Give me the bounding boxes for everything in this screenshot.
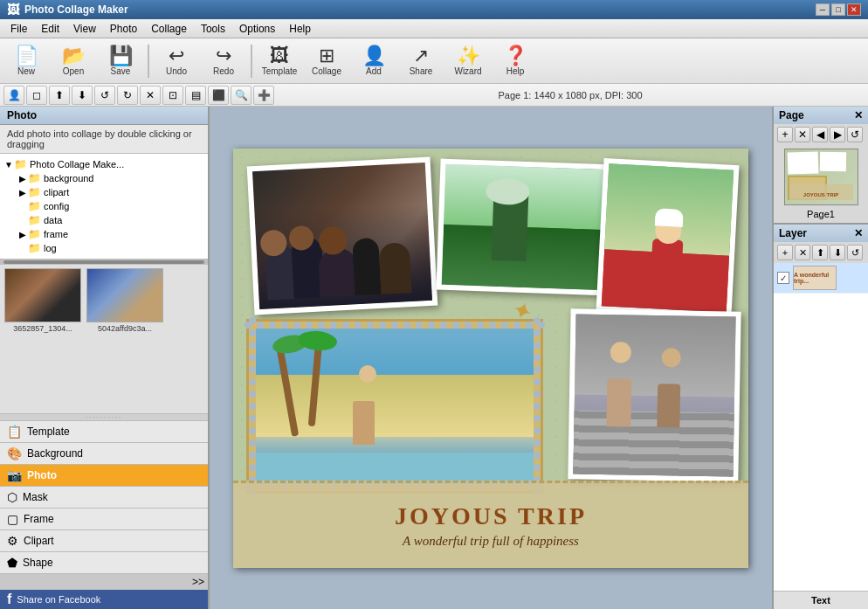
add-layer-btn[interactable]: +	[777, 245, 793, 260]
folder-icon-clipart: 📁	[28, 186, 41, 198]
collage-canvas[interactable]: ✦ JOYOUS TRIP A wonderful trip	[233, 149, 748, 568]
minimize-button[interactable]: ─	[816, 3, 830, 16]
prev-page-btn[interactable]: ◀	[812, 127, 828, 142]
tree-expand-frame[interactable]: ▶	[17, 230, 28, 239]
facebook-bar[interactable]: f Share on Facebook	[0, 590, 208, 609]
maximize-button[interactable]: □	[831, 3, 845, 16]
photo-frame-1[interactable]	[247, 156, 438, 315]
tree-expand-background[interactable]: ▶	[17, 174, 28, 183]
layer-checkbox[interactable]: ✓	[777, 272, 789, 284]
layer-panel-title: Layer	[779, 227, 807, 239]
photo-frame-3[interactable]	[596, 158, 740, 318]
file-tree[interactable]: ▼ 📁 Photo Collage Make... ▶ 📁 background…	[0, 154, 208, 260]
layer-down-btn[interactable]: ⬇	[830, 245, 845, 260]
menu-bar: File Edit View Photo Collage Tools Optio…	[0, 19, 868, 38]
close-button[interactable]: ✕	[847, 3, 861, 16]
layer-panel-close[interactable]: ✕	[854, 227, 863, 239]
collage-icon: ⊞	[319, 46, 334, 66]
page-thumbnail[interactable]: JOYOUS TRIP	[784, 149, 858, 205]
tree-item-data[interactable]: 📁 data	[17, 213, 204, 227]
tb2-grid-btn[interactable]: ⊡	[162, 86, 183, 105]
tree-item-frame[interactable]: ▶ 📁 frame	[17, 227, 204, 241]
thumbnail-1[interactable]: 3652857_1304...	[3, 268, 82, 410]
tree-root[interactable]: ▼ 📁 Photo Collage Make...	[3, 157, 204, 171]
help-button[interactable]: ❓ Help	[493, 41, 538, 81]
open-label: Open	[63, 66, 84, 76]
redo-button[interactable]: ↪ Redo	[201, 41, 246, 81]
scroll-indicator: ··········	[86, 413, 122, 421]
menu-view[interactable]: View	[66, 21, 103, 37]
wizard-button[interactable]: ✨ Wizard	[445, 41, 491, 81]
tb2-down-btn[interactable]: ⬇	[72, 86, 93, 105]
tb2-delete-btn[interactable]: ✕	[140, 86, 161, 105]
photo-frame-4[interactable]	[568, 308, 741, 481]
tb2-fill-btn[interactable]: ⬛	[208, 86, 229, 105]
layer-scroll-area[interactable]: ✓ A wonderful trip...	[774, 263, 868, 438]
layer-item-text[interactable]: ✓ A wonderful trip...	[774, 263, 868, 294]
tree-label-frame: frame	[44, 229, 68, 239]
nav-tab-shape[interactable]: ⬟ Shape	[0, 552, 208, 574]
stamp-frame[interactable]	[246, 319, 543, 494]
menu-collage[interactable]: Collage	[144, 21, 194, 37]
tree-expand-clipart[interactable]: ▶	[17, 188, 28, 197]
layer-text-label: Text	[774, 591, 868, 609]
tb2-plus-btn[interactable]: ➕	[253, 86, 274, 105]
tree-item-clipart[interactable]: ▶ 📁 clipart	[17, 185, 204, 199]
page-panel-close[interactable]: ✕	[854, 109, 863, 121]
thumbnail-2[interactable]: 5042affd9c3a...	[86, 268, 164, 410]
tb2-rotleft-btn[interactable]: ↺	[94, 86, 115, 105]
tree-item-config[interactable]: 📁 config	[17, 199, 204, 213]
share-button[interactable]: ↗ Share	[398, 41, 444, 81]
mask-nav-icon: ⬡	[7, 490, 17, 504]
open-button[interactable]: 📂 Open	[51, 41, 96, 81]
menu-file[interactable]: File	[3, 21, 34, 37]
nav-tab-frame[interactable]: ▢ Frame	[0, 509, 208, 530]
thumb-img-2	[86, 268, 163, 322]
collage-button[interactable]: ⊞ Collage	[304, 41, 349, 81]
tree-children: ▶ 📁 background ▶ 📁 clipart 📁 config 📁	[3, 171, 204, 255]
new-button[interactable]: 📄 New	[3, 41, 49, 81]
photo-3-image	[602, 163, 734, 312]
nav-tab-clipart-label: Clipart	[24, 535, 54, 547]
template-icon: 🖼	[270, 46, 289, 66]
tree-item-log[interactable]: 📁 log	[17, 241, 204, 255]
menu-edit[interactable]: Edit	[34, 21, 66, 37]
open-icon: 📂	[62, 46, 86, 66]
tb2-up-btn[interactable]: ⬆	[49, 86, 70, 105]
tb2-person-btn[interactable]: 👤	[3, 86, 24, 105]
tree-item-background[interactable]: ▶ 📁 background	[17, 171, 204, 185]
remove-layer-btn[interactable]: ✕	[795, 245, 810, 260]
scroll-dots: ··········	[0, 414, 208, 421]
nav-tab-mask[interactable]: ⬡ Mask	[0, 487, 208, 509]
tb2-zoom-btn[interactable]: 🔍	[231, 86, 251, 105]
template-button[interactable]: 🖼 Template	[257, 41, 302, 81]
layer-refresh-btn[interactable]: ↺	[847, 245, 863, 260]
add-button[interactable]: 👤 Add	[351, 41, 396, 81]
save-button[interactable]: 💾 Save	[98, 41, 143, 81]
photo-frame-2[interactable]	[436, 158, 615, 295]
menu-help[interactable]: Help	[282, 21, 318, 37]
next-page-btn[interactable]: ▶	[830, 127, 845, 142]
menu-options[interactable]: Options	[232, 21, 282, 37]
nav-tab-background[interactable]: 🎨 Background	[0, 443, 208, 465]
expand-panel-button[interactable]: >>	[0, 574, 208, 590]
menu-photo[interactable]: Photo	[103, 21, 144, 37]
nav-tab-photo[interactable]: 📷 Photo	[0, 465, 208, 487]
tree-expand-root[interactable]: ▼	[3, 160, 14, 170]
undo-button[interactable]: ↩ Undo	[154, 41, 199, 81]
folder-icon-log: 📁	[28, 242, 41, 254]
toolbar-separator-2	[251, 45, 252, 78]
remove-page-btn[interactable]: ✕	[795, 127, 810, 142]
nav-tab-shape-label: Shape	[23, 557, 53, 569]
tb2-rect-btn[interactable]: ◻	[26, 86, 47, 105]
wizard-label: Wizard	[454, 66, 481, 76]
tb2-align-btn[interactable]: ▤	[185, 86, 206, 105]
tb2-rotright-btn[interactable]: ↻	[117, 86, 138, 105]
refresh-page-btn[interactable]: ↺	[847, 127, 863, 142]
toolbar-separator-1	[148, 45, 149, 78]
layer-up-btn[interactable]: ⬆	[812, 245, 828, 260]
add-page-btn[interactable]: +	[777, 127, 793, 142]
nav-tab-template[interactable]: 📋 Template	[0, 421, 208, 443]
menu-tools[interactable]: Tools	[194, 21, 232, 37]
nav-tab-clipart[interactable]: ⚙ Clipart	[0, 530, 208, 552]
